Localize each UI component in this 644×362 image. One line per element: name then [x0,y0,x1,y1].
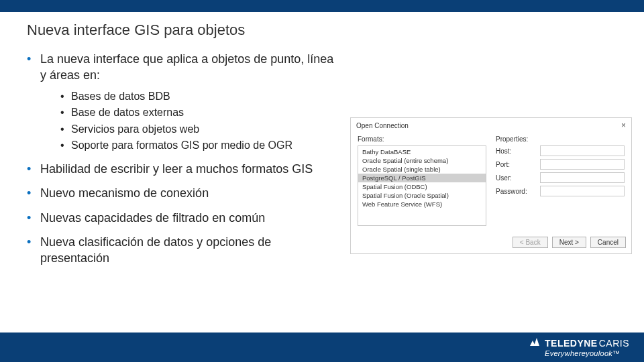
top-accent-bar [0,0,644,12]
brand-tagline: Everywhereyoulook™ [545,349,629,357]
close-icon[interactable]: × [621,121,626,130]
format-option-selected[interactable]: PostgreSQL / PostGIS [358,174,486,182]
sub-bullet-item: Servicios para objetos web [60,122,342,137]
dialog-header: Open Connection × [351,118,631,131]
bullet-list: La nueva interface que aplica a objetos … [27,51,342,266]
bullet-item: Habilidad de escribir y leer a muchos fo… [27,161,342,177]
password-label: Password: [496,188,536,195]
formats-column: Formats: Bathy DataBASE Oracle Spatial (… [358,135,486,226]
sub-bullet-list: Bases de datos BDB Base de datos externa… [60,89,342,153]
formats-label: Formats: [358,135,486,143]
bullet-item: Nueva clasificación de datos y opciones … [27,234,342,267]
bullet-item: Nuevo mecanismo de conexión [27,185,342,201]
brand-name-1: TELEDYNE [545,338,598,349]
properties-column: Properties: Host: Port: User: Password: [496,135,625,226]
format-option[interactable]: Oracle Spatial (single table) [358,165,486,174]
slide-title: Nueva interface GIS para objetos [27,21,644,39]
teledyne-logo-icon [530,338,541,349]
user-input[interactable] [540,172,625,183]
sub-bullet-item: Bases de datos BDB [60,89,342,104]
sub-bullet-item: Soporte para formatos GIS por medio de O… [60,138,342,153]
dialog-body: Formats: Bathy DataBASE Oracle Spatial (… [351,131,631,233]
back-button[interactable]: < Back [513,237,548,248]
host-input[interactable] [540,145,625,156]
format-option[interactable]: Spatial Fusion (ODBC) [358,182,486,191]
format-option[interactable]: Bathy DataBASE [358,147,486,156]
cancel-button[interactable]: Cancel [590,237,626,248]
open-connection-dialog: Open Connection × Formats: Bathy DataBAS… [350,117,632,254]
next-button[interactable]: Next > [552,237,586,248]
brand-block: TELEDYNECARIS Everywhereyoulook™ [530,338,629,357]
sub-bullet-item: Base de datos externas [60,105,342,120]
bullet-item: La nueva interface que aplica a objetos … [27,51,342,153]
format-option[interactable]: Web Feature Service (WFS) [358,200,486,208]
dialog-footer: < Back Next > Cancel [351,233,631,253]
format-option[interactable]: Oracle Spatial (entire schema) [358,156,486,165]
port-input[interactable] [540,159,625,170]
bullet-text: La nueva interface que aplica a objetos … [40,52,333,82]
footer-bar: TELEDYNECARIS Everywhereyoulook™ [0,333,644,362]
user-label: User: [496,174,536,182]
properties-grid: Host: Port: User: Password: [496,145,625,196]
password-input[interactable] [540,186,625,196]
slide: Nueva interface GIS para objetos La nuev… [0,0,644,362]
dialog-title: Open Connection [356,122,409,129]
formats-listbox[interactable]: Bathy DataBASE Oracle Spatial (entire sc… [358,145,486,226]
properties-label: Properties: [496,135,625,143]
brand-top-line: TELEDYNECARIS [530,338,629,349]
bullet-item: Nuevas capacidades de filtrado en común [27,210,342,226]
port-label: Port: [496,161,536,168]
host-label: Host: [496,147,536,155]
format-option[interactable]: Spatial Fusion (Oracle Spatial) [358,191,486,200]
brand-name-2: CARIS [599,338,629,349]
content-area: La nueva interface que aplica a objetos … [27,51,342,266]
